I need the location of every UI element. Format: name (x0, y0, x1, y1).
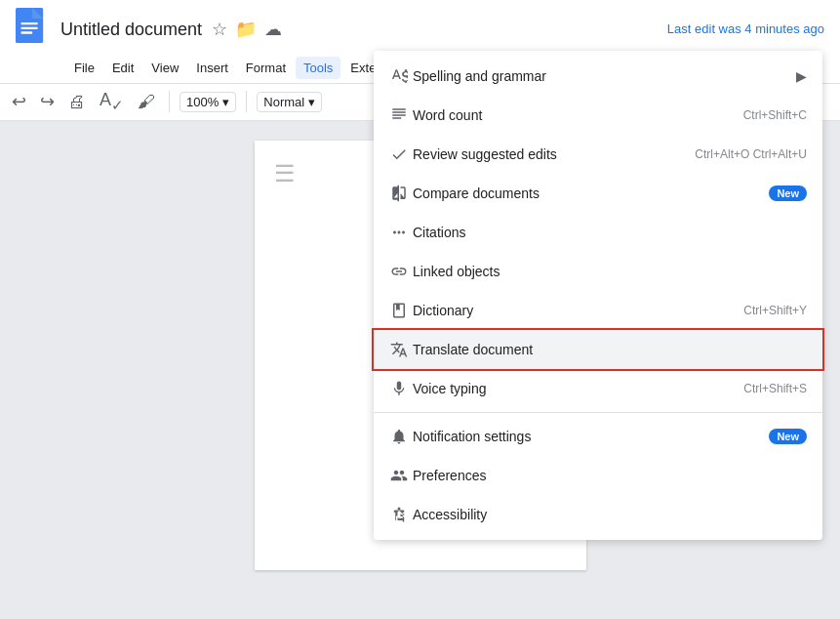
translate-label: Translate document (413, 342, 807, 357)
doc-title: Untitled document (60, 20, 202, 40)
citations-icon (385, 224, 413, 241)
menu-item-citations[interactable]: Citations (374, 213, 822, 252)
review-edits-shortcut: Ctrl+Alt+O Ctrl+Alt+U (695, 147, 807, 161)
zoom-selector[interactable]: 100% ▾ (180, 92, 236, 112)
menu-item-accessibility[interactable]: Accessibility (374, 495, 822, 534)
dictionary-shortcut: Ctrl+Shift+Y (743, 304, 807, 317)
spelling-arrow: ▶ (796, 68, 807, 84)
menu-edit[interactable]: Edit (104, 57, 141, 79)
doc-page-icon: ☰ (274, 160, 296, 187)
review-edits-icon (385, 145, 413, 163)
notification-label: Notification settings (413, 429, 769, 444)
dictionary-label: Dictionary (413, 303, 743, 318)
spelling-label: Spelling and grammar (413, 68, 796, 84)
word-count-label: Word count (413, 107, 743, 123)
style-selector[interactable]: Normal ▾ (257, 92, 322, 112)
dictionary-icon (385, 302, 413, 319)
menu-insert[interactable]: Insert (188, 57, 236, 79)
style-value: Normal (263, 95, 304, 109)
title-icons: ☆ 📁 ☁ (212, 19, 282, 40)
title-row: Untitled document ☆ 📁 ☁ Last edit was 4 … (16, 8, 824, 55)
toolbar-separator-2 (246, 91, 247, 112)
citations-label: Citations (413, 225, 807, 240)
spelling-icon (385, 67, 413, 85)
menu-item-word-count[interactable]: Word count Ctrl+Shift+C (374, 96, 822, 135)
voice-typing-icon (385, 380, 413, 397)
menu-item-preferences[interactable]: Preferences (374, 456, 822, 495)
svg-rect-0 (16, 8, 43, 43)
toolbar-separator (169, 91, 170, 112)
voice-typing-label: Voice typing (413, 381, 743, 396)
word-count-shortcut: Ctrl+Shift+C (743, 108, 807, 122)
notification-badge: New (769, 429, 807, 444)
folder-icon[interactable]: 📁 (235, 19, 257, 40)
notification-icon (385, 428, 413, 445)
compare-docs-badge: New (769, 186, 807, 201)
menu-item-notification[interactable]: Notification settings New (374, 417, 822, 456)
menu-format[interactable]: Format (238, 57, 294, 79)
menu-item-dictionary[interactable]: Dictionary Ctrl+Shift+Y (374, 291, 822, 330)
accessibility-icon (385, 506, 413, 523)
undo-button[interactable]: ↩ (8, 89, 30, 114)
app: Untitled document ☆ 📁 ☁ Last edit was 4 … (0, 0, 840, 619)
docs-logo (16, 8, 51, 51)
accessibility-label: Accessibility (413, 507, 807, 522)
menu-tools[interactable]: Tools (296, 57, 340, 79)
menu-item-compare-docs[interactable]: Compare documents New (374, 174, 822, 213)
menu-item-voice-typing[interactable]: Voice typing Ctrl+Shift+S (374, 369, 822, 408)
menu-item-linked-objects[interactable]: Linked objects (374, 252, 822, 291)
menu-item-translate[interactable]: Translate document (374, 330, 822, 369)
print-button[interactable]: 🖨 (64, 90, 90, 114)
svg-rect-1 (20, 22, 37, 24)
spellcheck-button[interactable]: A✓ (96, 88, 128, 116)
svg-point-4 (398, 508, 401, 511)
style-chevron: ▾ (308, 95, 315, 109)
svg-rect-3 (20, 31, 32, 33)
menu-divider (374, 412, 822, 413)
menu-file[interactable]: File (66, 57, 102, 79)
zoom-value: 100% (186, 95, 219, 109)
last-edit-text: Last edit was 4 minutes ago (667, 21, 824, 37)
menu-view[interactable]: View (143, 57, 186, 79)
compare-docs-label: Compare documents (413, 186, 769, 201)
cloud-icon[interactable]: ☁ (264, 19, 282, 40)
zoom-chevron: ▾ (222, 95, 229, 109)
translate-icon (385, 341, 413, 358)
compare-docs-icon (385, 185, 413, 202)
svg-rect-2 (20, 27, 37, 29)
voice-typing-shortcut: Ctrl+Shift+S (743, 382, 807, 395)
paint-format-button[interactable]: 🖌 (134, 90, 159, 114)
star-icon[interactable]: ☆ (212, 19, 227, 40)
preferences-icon (385, 467, 413, 484)
review-edits-label: Review suggested edits (413, 146, 695, 162)
linked-objects-label: Linked objects (413, 264, 807, 279)
menu-item-review-edits[interactable]: Review suggested edits Ctrl+Alt+O Ctrl+A… (374, 135, 822, 174)
linked-objects-icon (385, 263, 413, 280)
word-count-icon (385, 106, 413, 124)
tools-dropdown: Spelling and grammar ▶ Word count Ctrl+S… (374, 51, 822, 540)
redo-button[interactable]: ↪ (36, 89, 59, 114)
preferences-label: Preferences (413, 468, 807, 483)
menu-item-spelling[interactable]: Spelling and grammar ▶ (374, 57, 822, 96)
